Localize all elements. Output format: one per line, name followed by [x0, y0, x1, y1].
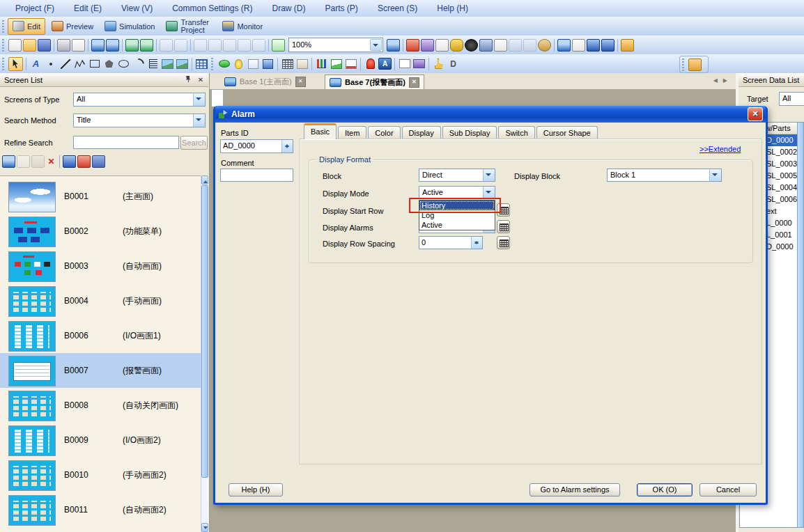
tab-basic[interactable]: Basic — [304, 123, 337, 139]
new-screen-icon[interactable] — [91, 39, 105, 52]
block-combobox[interactable]: Direct — [419, 169, 495, 182]
refine-search-input[interactable] — [73, 136, 179, 149]
line-graph-part-icon[interactable] — [344, 58, 357, 70]
screen-row-b0001[interactable]: B0001 (主画面) — [0, 179, 201, 214]
image-placement-icon[interactable] — [161, 58, 174, 70]
historical-graph-part-icon[interactable] — [330, 58, 343, 70]
fit-screen-icon[interactable] — [387, 39, 400, 52]
window-part-icon[interactable] — [398, 58, 411, 70]
open-project-icon[interactable] — [23, 39, 36, 52]
tab-switch[interactable]: Switch — [498, 126, 534, 139]
polyline-tool-icon[interactable] — [73, 58, 86, 70]
tab-scroll-right-icon[interactable]: ▶ — [723, 77, 727, 84]
screen-row-b0010[interactable]: B0010 (手动画面2) — [0, 457, 201, 492]
paste-icon[interactable] — [223, 39, 236, 52]
paste-screen-icon[interactable] — [31, 155, 45, 168]
system-settings-icon[interactable] — [479, 39, 493, 52]
change-attributes-icon[interactable] — [77, 155, 91, 168]
menu-parts[interactable]: Parts (P) — [316, 0, 368, 17]
tab-cursor-shape[interactable]: Cursor Shape — [536, 126, 598, 139]
combo-arrow-icon[interactable] — [483, 169, 495, 181]
screen-row-b0008[interactable]: B0008 (自动关闭画面) — [0, 388, 201, 423]
search-button[interactable]: Search — [180, 136, 208, 150]
next-screen-icon[interactable] — [140, 39, 153, 52]
copy-screen-icon[interactable] — [17, 155, 30, 168]
new-project-icon[interactable] — [8, 39, 22, 52]
alarm-dialog-titlebar[interactable]: Alarm ✕ — [215, 106, 766, 123]
global-search-icon[interactable] — [523, 39, 536, 52]
ok-button[interactable]: OK (O) — [637, 483, 693, 496]
toolbar-drag-handle[interactable] — [211, 58, 213, 70]
time-settings-icon[interactable] — [538, 39, 551, 52]
simulation-run-icon[interactable] — [587, 39, 600, 52]
edit-mode-button[interactable]: Edit — [8, 18, 45, 35]
select-tool-icon[interactable] — [8, 57, 23, 71]
package-tool-icon[interactable] — [688, 58, 702, 71]
parts-id-spinner[interactable]: AD_0000 — [220, 139, 293, 153]
menu-project[interactable]: Project (F) — [6, 0, 64, 17]
bar-graph-part-icon[interactable] — [315, 58, 328, 70]
switch-part-icon[interactable] — [217, 58, 231, 70]
preview-button[interactable]: Preview — [47, 18, 98, 35]
font-settings-icon[interactable] — [494, 39, 507, 52]
previous-screen-icon[interactable] — [125, 39, 139, 52]
display-start-row-keypad-icon[interactable] — [497, 203, 510, 217]
target-combobox[interactable]: All — [779, 92, 804, 106]
menu-view[interactable]: View (V) — [111, 0, 162, 17]
combo-arrow-icon[interactable] — [709, 169, 721, 181]
keypad-display-part-icon[interactable] — [295, 58, 309, 70]
close-panel-icon[interactable]: ✕ — [196, 75, 206, 85]
tab-color[interactable]: Color — [368, 126, 400, 139]
screen-row-b0004[interactable]: B0004 (手动画面) — [0, 283, 201, 318]
combo-arrow-icon[interactable] — [193, 93, 205, 106]
delete-icon[interactable] — [252, 39, 265, 52]
toolbar-drag-handle[interactable] — [682, 58, 684, 71]
lamp-part-icon[interactable] — [232, 58, 245, 70]
image-unit-icon[interactable] — [176, 58, 189, 70]
print-icon[interactable] — [57, 39, 70, 52]
text-tool-icon[interactable]: A — [29, 58, 42, 70]
menu-common-settings[interactable]: Common Settings (R) — [162, 0, 262, 17]
monitor-view-icon[interactable] — [601, 39, 614, 52]
save-icon[interactable] — [38, 39, 51, 52]
project-information-icon[interactable] — [435, 39, 449, 52]
goto-alarm-settings-button[interactable]: Go to Alarm settings — [529, 483, 620, 496]
security-password-icon[interactable] — [465, 39, 478, 52]
keypad-part-icon[interactable] — [281, 58, 294, 70]
duplicate-icon[interactable] — [238, 39, 251, 52]
screen-row-b0009[interactable]: B0009 (I/O画面2) — [0, 423, 201, 457]
preview-screen-icon[interactable] — [63, 155, 76, 168]
simulation-button[interactable]: Simulation — [100, 18, 160, 35]
package-screen-icon[interactable] — [557, 39, 571, 52]
data-display-part-icon[interactable] — [247, 58, 260, 70]
monitor-button[interactable]: Monitor — [217, 18, 268, 35]
close-tab-icon[interactable]: ✕ — [409, 77, 419, 88]
wrench-tool-icon[interactable] — [621, 39, 634, 52]
screen-row-b0011[interactable]: B0011 (自动画面2) — [0, 492, 201, 527]
cancel-button[interactable]: Cancel — [699, 483, 757, 496]
menu-edit[interactable]: Edit (E) — [64, 0, 111, 17]
error-check-icon[interactable] — [272, 39, 285, 52]
hierarchy-view-icon[interactable] — [92, 155, 105, 168]
tab-scroll-left-icon[interactable]: ◀ — [713, 77, 718, 84]
delete-screen-icon[interactable]: ✕ — [45, 157, 57, 166]
arc-tool-icon[interactable] — [132, 58, 145, 70]
security-key-icon[interactable] — [450, 39, 463, 52]
combo-arrow-icon[interactable] — [483, 187, 495, 198]
screen-row-b0003[interactable]: B0003 (自动画面) — [0, 249, 201, 283]
search-method-combobox[interactable]: Title — [73, 114, 206, 127]
screen-settings-icon[interactable] — [106, 39, 119, 52]
new-screen-icon[interactable] — [2, 155, 15, 168]
rectangle-tool-icon[interactable] — [88, 58, 101, 70]
combo-arrow-icon[interactable] — [193, 114, 205, 127]
spinner-updown-icon[interactable] — [471, 237, 482, 249]
scrollbar-thumb[interactable] — [201, 185, 208, 478]
transfer-project-button[interactable]: Transfer Project — [161, 18, 216, 35]
screen-row-b0006[interactable]: B0006 (I/O画面1) — [0, 318, 201, 353]
line-tool-icon[interactable] — [59, 58, 72, 70]
doc-tab-base1[interactable]: Base 1(主画面) ✕ — [220, 75, 310, 88]
polygon-tool-icon[interactable] — [102, 58, 116, 70]
zoom-combobox[interactable]: 100% — [288, 38, 383, 52]
dot-tool-icon[interactable] — [44, 58, 57, 70]
tab-display[interactable]: Display — [402, 126, 441, 139]
